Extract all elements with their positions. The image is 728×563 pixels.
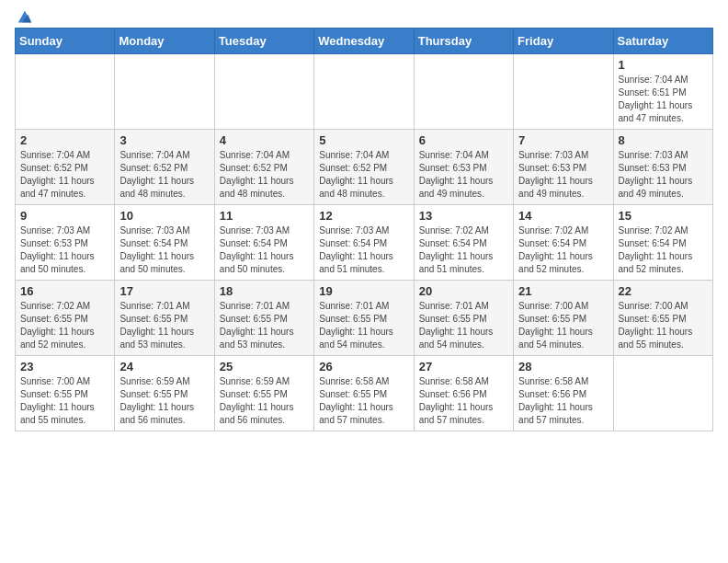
day-info: Sunrise: 7:02 AM Sunset: 6:54 PM Dayligh… <box>518 224 608 276</box>
calendar-cell: 26Sunrise: 6:58 AM Sunset: 6:55 PM Dayli… <box>314 356 414 431</box>
calendar-cell: 4Sunrise: 7:04 AM Sunset: 6:52 PM Daylig… <box>214 130 313 205</box>
calendar-cell <box>514 54 613 130</box>
calendar-cell: 19Sunrise: 7:01 AM Sunset: 6:55 PM Dayli… <box>314 281 414 356</box>
calendar-cell: 21Sunrise: 7:00 AM Sunset: 6:55 PM Dayli… <box>514 281 613 356</box>
day-number: 21 <box>518 284 608 298</box>
day-number: 22 <box>619 284 708 298</box>
calendar-week-row: 16Sunrise: 7:02 AM Sunset: 6:55 PM Dayli… <box>16 281 713 356</box>
day-info: Sunrise: 7:04 AM Sunset: 6:51 PM Dayligh… <box>619 74 708 125</box>
day-number: 14 <box>518 209 608 223</box>
calendar-cell: 20Sunrise: 7:01 AM Sunset: 6:55 PM Dayli… <box>414 281 513 356</box>
calendar-cell: 9Sunrise: 7:03 AM Sunset: 6:53 PM Daylig… <box>16 205 115 281</box>
calendar-cell: 17Sunrise: 7:01 AM Sunset: 6:55 PM Dayli… <box>115 281 214 356</box>
calendar-cell: 8Sunrise: 7:03 AM Sunset: 6:53 PM Daylig… <box>613 130 712 205</box>
day-info: Sunrise: 7:01 AM Sunset: 6:55 PM Dayligh… <box>119 300 209 351</box>
day-number: 15 <box>619 209 708 223</box>
calendar-cell: 6Sunrise: 7:04 AM Sunset: 6:53 PM Daylig… <box>414 130 513 205</box>
day-number: 7 <box>518 133 608 147</box>
calendar-cell: 10Sunrise: 7:03 AM Sunset: 6:54 PM Dayli… <box>115 205 214 281</box>
weekday-header-thursday: Thursday <box>414 29 513 54</box>
day-info: Sunrise: 7:01 AM Sunset: 6:55 PM Dayligh… <box>419 300 508 351</box>
day-info: Sunrise: 7:03 AM Sunset: 6:54 PM Dayligh… <box>319 224 408 276</box>
calendar-week-row: 9Sunrise: 7:03 AM Sunset: 6:53 PM Daylig… <box>16 205 713 281</box>
day-number: 8 <box>619 133 708 147</box>
weekday-header-wednesday: Wednesday <box>314 29 414 54</box>
calendar-cell <box>214 54 313 130</box>
calendar-cell: 27Sunrise: 6:58 AM Sunset: 6:56 PM Dayli… <box>414 356 513 431</box>
day-number: 3 <box>119 133 209 147</box>
calendar-week-row: 1Sunrise: 7:04 AM Sunset: 6:51 PM Daylig… <box>16 54 713 130</box>
day-number: 18 <box>220 284 309 298</box>
calendar-week-row: 2Sunrise: 7:04 AM Sunset: 6:52 PM Daylig… <box>16 130 713 205</box>
day-info: Sunrise: 6:58 AM Sunset: 6:56 PM Dayligh… <box>518 375 608 427</box>
day-number: 24 <box>119 360 209 373</box>
day-info: Sunrise: 7:00 AM Sunset: 6:55 PM Dayligh… <box>518 300 608 351</box>
calendar-week-row: 23Sunrise: 7:00 AM Sunset: 6:55 PM Dayli… <box>16 356 713 431</box>
calendar-cell: 15Sunrise: 7:02 AM Sunset: 6:54 PM Dayli… <box>613 205 712 281</box>
day-info: Sunrise: 7:03 AM Sunset: 6:53 PM Dayligh… <box>518 149 608 201</box>
day-number: 23 <box>20 360 109 373</box>
day-number: 9 <box>20 209 109 223</box>
day-number: 27 <box>419 360 508 373</box>
day-info: Sunrise: 7:04 AM Sunset: 6:52 PM Dayligh… <box>119 149 209 201</box>
day-number: 13 <box>419 209 508 223</box>
weekday-header-tuesday: Tuesday <box>214 29 313 54</box>
weekday-header-friday: Friday <box>514 29 613 54</box>
calendar-cell: 11Sunrise: 7:03 AM Sunset: 6:54 PM Dayli… <box>214 205 313 281</box>
weekday-header-sunday: Sunday <box>16 29 115 54</box>
day-info: Sunrise: 6:59 AM Sunset: 6:55 PM Dayligh… <box>220 375 309 427</box>
day-number: 5 <box>319 133 408 147</box>
calendar-cell: 16Sunrise: 7:02 AM Sunset: 6:55 PM Dayli… <box>16 281 115 356</box>
header <box>15 15 713 20</box>
day-number: 19 <box>319 284 408 298</box>
day-info: Sunrise: 6:59 AM Sunset: 6:55 PM Dayligh… <box>119 375 209 427</box>
day-number: 1 <box>619 58 708 72</box>
day-info: Sunrise: 7:03 AM Sunset: 6:54 PM Dayligh… <box>119 224 209 276</box>
logo-icon <box>17 9 33 26</box>
calendar-cell: 13Sunrise: 7:02 AM Sunset: 6:54 PM Dayli… <box>414 205 513 281</box>
day-info: Sunrise: 7:04 AM Sunset: 6:52 PM Dayligh… <box>220 149 309 201</box>
calendar-cell: 3Sunrise: 7:04 AM Sunset: 6:52 PM Daylig… <box>115 130 214 205</box>
day-info: Sunrise: 7:02 AM Sunset: 6:55 PM Dayligh… <box>20 300 109 351</box>
logo <box>15 15 33 20</box>
day-info: Sunrise: 7:02 AM Sunset: 6:54 PM Dayligh… <box>419 224 508 276</box>
day-info: Sunrise: 7:03 AM Sunset: 6:54 PM Dayligh… <box>220 224 309 276</box>
calendar-cell: 22Sunrise: 7:00 AM Sunset: 6:55 PM Dayli… <box>613 281 712 356</box>
day-number: 12 <box>319 209 408 223</box>
day-number: 17 <box>119 284 209 298</box>
weekday-header-row: SundayMondayTuesdayWednesdayThursdayFrid… <box>16 29 713 54</box>
day-info: Sunrise: 7:03 AM Sunset: 6:53 PM Dayligh… <box>619 149 708 201</box>
day-info: Sunrise: 7:03 AM Sunset: 6:53 PM Dayligh… <box>20 224 109 276</box>
day-info: Sunrise: 6:58 AM Sunset: 6:55 PM Dayligh… <box>319 375 408 427</box>
calendar-cell: 14Sunrise: 7:02 AM Sunset: 6:54 PM Dayli… <box>514 205 613 281</box>
day-number: 25 <box>220 360 309 373</box>
day-info: Sunrise: 7:04 AM Sunset: 6:52 PM Dayligh… <box>319 149 408 201</box>
day-number: 26 <box>319 360 408 373</box>
day-number: 4 <box>220 133 309 147</box>
day-number: 10 <box>119 209 209 223</box>
calendar-cell: 12Sunrise: 7:03 AM Sunset: 6:54 PM Dayli… <box>314 205 414 281</box>
day-number: 16 <box>20 284 109 298</box>
day-info: Sunrise: 7:00 AM Sunset: 6:55 PM Dayligh… <box>619 300 708 351</box>
calendar-cell <box>414 54 513 130</box>
calendar-cell: 28Sunrise: 6:58 AM Sunset: 6:56 PM Dayli… <box>514 356 613 431</box>
day-info: Sunrise: 7:01 AM Sunset: 6:55 PM Dayligh… <box>220 300 309 351</box>
day-info: Sunrise: 7:02 AM Sunset: 6:54 PM Dayligh… <box>619 224 708 276</box>
day-number: 2 <box>20 133 109 147</box>
calendar-cell: 7Sunrise: 7:03 AM Sunset: 6:53 PM Daylig… <box>514 130 613 205</box>
weekday-header-monday: Monday <box>115 29 214 54</box>
day-info: Sunrise: 7:00 AM Sunset: 6:55 PM Dayligh… <box>20 375 109 427</box>
calendar-cell: 2Sunrise: 7:04 AM Sunset: 6:52 PM Daylig… <box>16 130 115 205</box>
day-number: 20 <box>419 284 508 298</box>
calendar: SundayMondayTuesdayWednesdayThursdayFrid… <box>15 28 713 431</box>
calendar-cell: 24Sunrise: 6:59 AM Sunset: 6:55 PM Dayli… <box>115 356 214 431</box>
calendar-cell: 1Sunrise: 7:04 AM Sunset: 6:51 PM Daylig… <box>613 54 712 130</box>
day-number: 28 <box>518 360 608 373</box>
day-info: Sunrise: 7:04 AM Sunset: 6:52 PM Dayligh… <box>20 149 109 201</box>
day-info: Sunrise: 6:58 AM Sunset: 6:56 PM Dayligh… <box>419 375 508 427</box>
calendar-cell <box>314 54 414 130</box>
calendar-cell: 5Sunrise: 7:04 AM Sunset: 6:52 PM Daylig… <box>314 130 414 205</box>
calendar-cell <box>16 54 115 130</box>
day-info: Sunrise: 7:01 AM Sunset: 6:55 PM Dayligh… <box>319 300 408 351</box>
day-number: 6 <box>419 133 508 147</box>
